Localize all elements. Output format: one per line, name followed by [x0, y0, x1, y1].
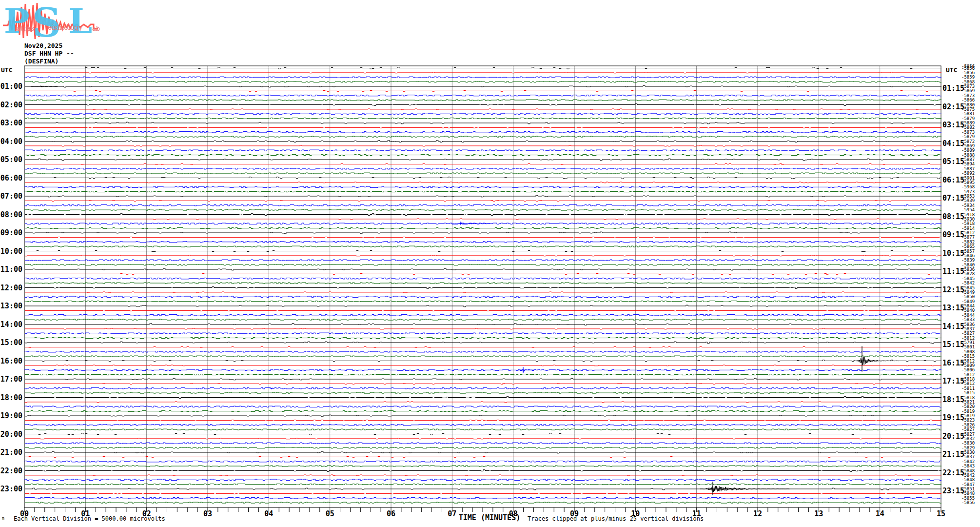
- minute-label: 12: [751, 509, 764, 518]
- trace-row: [25, 301, 941, 302]
- trace-row: [25, 159, 941, 161]
- trace-row: [25, 136, 941, 137]
- hour-label-left: 10:00: [0, 247, 22, 255]
- trace-row: [25, 91, 941, 92]
- trace-row: [25, 342, 941, 344]
- trace-row: [25, 420, 941, 421]
- hour-label-left: 23:00: [0, 485, 22, 493]
- trace-row: [25, 429, 941, 430]
- hour-label-left: 03:00: [0, 119, 22, 127]
- trace-row: [25, 113, 941, 114]
- hour-label-right: 06:15: [942, 176, 964, 184]
- helicorder-page: P S L atras eismology ab Nov20,2025 DSF …: [0, 0, 980, 527]
- minute-label: 14: [873, 509, 887, 518]
- trace-row: [25, 415, 941, 417]
- seismic-event-burst: [31, 86, 58, 87]
- minute-label: 06: [384, 509, 398, 518]
- hour-label-left: 07:00: [0, 192, 22, 200]
- hour-label-right: 08:15: [942, 213, 964, 221]
- hour-label-right: 11:15: [942, 267, 964, 275]
- trace-row: [25, 374, 941, 375]
- trace-row: [25, 305, 941, 307]
- trace-row: [25, 338, 941, 339]
- hour-label-right: 04:15: [942, 140, 964, 147]
- trace-row: [25, 315, 941, 316]
- trace-row: [25, 484, 941, 485]
- trace-row: [25, 150, 941, 151]
- hour-label-left: 06:00: [0, 174, 22, 182]
- trace-row: [25, 255, 941, 256]
- vertical-division-note: Each Vertical Division = 5000.00 microvo…: [14, 515, 165, 522]
- trace-row: [25, 384, 941, 385]
- trace-row: [25, 447, 941, 448]
- minute-label: 05: [323, 509, 337, 518]
- trace-row: [25, 378, 941, 380]
- trace-row: [25, 369, 941, 370]
- hour-label-right: 15:15: [942, 341, 964, 348]
- trace-row: [25, 498, 941, 499]
- trace-row: [25, 242, 941, 243]
- hour-label-right: 17:15: [942, 377, 964, 385]
- trace-row: [25, 132, 941, 133]
- hour-label-left: 19:00: [0, 412, 22, 420]
- trace-row: [25, 104, 941, 106]
- hour-label-right: 20:15: [942, 432, 964, 440]
- seismic-event-burst: [270, 388, 274, 389]
- trace-row: [25, 356, 941, 357]
- hour-label-left: 15:00: [0, 339, 22, 346]
- seismogram-plot-area: [0, 0, 980, 527]
- minute-label: 04: [262, 509, 275, 518]
- trace-row: [25, 406, 941, 407]
- trace-row: [25, 333, 941, 334]
- trace-row: [25, 292, 941, 293]
- trace-row: [25, 310, 941, 311]
- trace-row: [25, 72, 941, 73]
- hour-label-left: 18:00: [0, 394, 22, 402]
- trace-row: [25, 219, 941, 220]
- trace-row: [25, 479, 941, 480]
- hour-label-left: 16:00: [0, 357, 22, 365]
- trace-row: [25, 425, 941, 426]
- minute-label: 15: [934, 509, 948, 518]
- trace-row: [25, 195, 941, 197]
- hour-label-left: 11:00: [0, 265, 22, 273]
- trace-row: [25, 122, 941, 124]
- hour-label-left: 02:00: [0, 101, 22, 109]
- trace-row: [25, 402, 941, 403]
- trace-row: [25, 260, 941, 261]
- trace-row: [25, 319, 941, 320]
- trace-row: [25, 109, 941, 110]
- trace-row: [25, 237, 941, 238]
- trace-row: [25, 168, 941, 169]
- minute-label: 13: [812, 509, 825, 518]
- hour-label-left: 20:00: [0, 430, 22, 438]
- trace-row: [25, 433, 941, 435]
- trace-row: [25, 186, 941, 187]
- trace-row: [25, 475, 941, 476]
- trace-row: [25, 232, 941, 234]
- hour-label-right: 07:15: [942, 194, 964, 202]
- trace-row: [25, 145, 941, 146]
- row-offset-value: -5856: [961, 500, 980, 505]
- hour-label-left: 05:00: [0, 156, 22, 163]
- trace-row: [25, 278, 941, 279]
- trace-row: [25, 182, 941, 183]
- hour-label-left: 08:00: [0, 211, 22, 219]
- trace-row: [25, 365, 941, 366]
- hour-label-right: 02:15: [942, 103, 964, 111]
- hour-label-left: 04:00: [0, 138, 22, 145]
- hour-label-right: 01:15: [942, 84, 964, 92]
- hour-label-left: 22:00: [0, 467, 22, 475]
- trace-row: [25, 209, 941, 210]
- trace-row: [25, 67, 941, 69]
- trace-row: [25, 466, 941, 466]
- trace-row: [25, 268, 941, 270]
- hour-label-left: 14:00: [0, 321, 22, 328]
- trace-row: [25, 274, 941, 275]
- trace-row: [25, 118, 941, 119]
- trace-row: [25, 141, 941, 142]
- hour-label-left: 09:00: [0, 229, 22, 237]
- hour-label-right: 18:15: [942, 396, 964, 404]
- hour-label-right: 19:15: [942, 414, 964, 422]
- trace-row: [25, 177, 941, 179]
